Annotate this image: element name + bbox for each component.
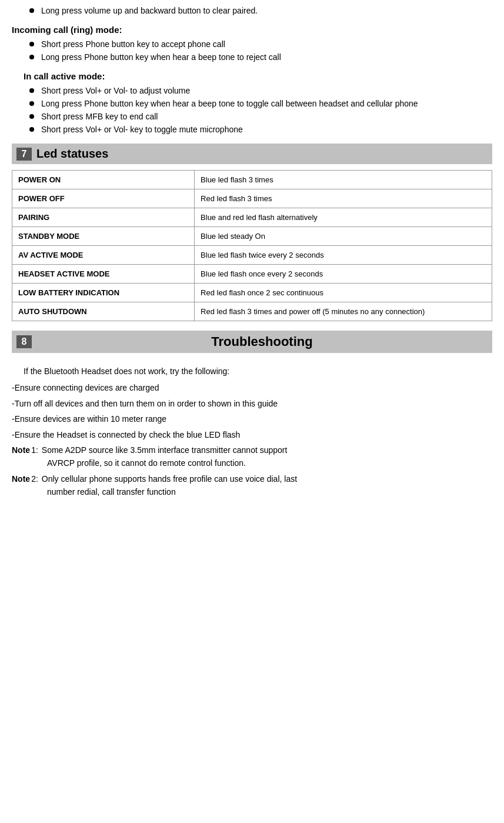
troubleshoot-intro: If the Bluetooth Headset does not work, … [24,365,492,378]
led-label: POWER ON [12,171,195,189]
list-item: Long press volume up and backward button… [12,6,492,15]
led-value: Blue led flash once every 2 seconds [195,265,492,284]
table-row: STANDBY MODEBlue led steady On [12,227,492,246]
led-label: AUTO SHUTDOWN [12,302,195,321]
bullet-text: Long press Phone button key when hear a … [41,52,281,62]
table-row: HEADSET ACTIVE MODEBlue led flash once e… [12,265,492,284]
led-label: HEADSET ACTIVE MODE [12,265,195,284]
bullet-text: Short press Vol+ or Vol- to adjust volum… [41,86,190,95]
list-item: Short press MFB key to end call [12,112,492,121]
in-call-active-heading: In call active mode: [12,71,492,81]
bullet-dot [29,114,34,119]
table-row: AUTO SHUTDOWNRed led flash 3 times and p… [12,302,492,321]
bullet-dot [29,127,34,132]
table-row: AV ACTIVE MODEBlue led flash twice every… [12,246,492,265]
troubleshoot-line: -Ensure devices are within 10 meter rang… [12,412,492,425]
top-bullets: Long press volume up and backward button… [12,6,492,15]
led-label: PAIRING [12,208,195,227]
note-text: Some A2DP source like 3.5mm interface tr… [42,444,288,457]
list-item: Short press Phone button key to accept p… [12,39,492,49]
led-value: Blue led steady On [195,227,492,246]
bullet-dot [29,8,34,13]
troubleshoot-lines: -Ensure connecting devices are charged-T… [12,381,492,441]
led-value: Blue led flash twice every 2 seconds [195,246,492,265]
bullet-dot [29,88,34,93]
section8-title: Troubleshooting [36,334,488,349]
section8-header: 8 Troubleshooting [12,331,492,353]
note-number: 2: [31,472,38,485]
led-label: LOW BATTERY INDICATION [12,284,195,302]
bullet-text: Long press volume up and backward button… [41,6,258,15]
list-item: Long press Phone button key when hear a … [12,99,492,108]
in-call-active-section: In call active mode: Short press Vol+ or… [12,71,492,134]
bullet-text: Short press Vol+ or Vol- key to toggle m… [41,125,243,134]
incoming-call-section: Incoming call (ring) mode: Short press P… [12,25,492,62]
section8-number: 8 [16,335,32,348]
table-row: POWER OFFRed led flash 3 times [12,189,492,208]
led-statuses-table: POWER ONBlue led flash 3 timesPOWER OFFR… [12,170,492,321]
led-value: Blue and red led flash alternatively [195,208,492,227]
note-number: 1: [31,444,38,457]
table-row: LOW BATTERY INDICATIONRed led flash once… [12,284,492,302]
note-label: Note [12,444,30,457]
bullet-text: Short press MFB key to end call [41,112,158,121]
table-row: PAIRINGBlue and red led flash alternativ… [12,208,492,227]
note-text: Only cellular phone supports hands free … [42,472,297,485]
list-item: Short press Vol+ or Vol- to adjust volum… [12,86,492,95]
note-block: Note2:Only cellular phone supports hands… [12,472,492,485]
incoming-call-heading: Incoming call (ring) mode: [12,25,492,35]
led-label: POWER OFF [12,189,195,208]
bullet-dot [29,42,34,46]
note-label: Note [12,472,30,485]
led-value: Red led flash 3 times [195,189,492,208]
led-label: AV ACTIVE MODE [12,246,195,265]
list-item: Long press Phone button key when hear a … [12,52,492,62]
note-block: Note1:Some A2DP source like 3.5mm interf… [12,444,492,457]
table-row: POWER ONBlue led flash 3 times [12,171,492,189]
troubleshoot-line: -Ensure connecting devices are charged [12,381,492,394]
troubleshoot-line: -Turn off all devices and then turn them… [12,397,492,410]
bullet-text: Long press Phone button key when hear a … [41,99,418,108]
led-value: Red led flash 3 times and power off (5 m… [195,302,492,321]
section7-header: 7 Led statuses [12,144,492,164]
bullet-dot [29,101,34,106]
led-label: STANDBY MODE [12,227,195,246]
list-item: Short press Vol+ or Vol- key to toggle m… [12,125,492,134]
troubleshoot-section: If the Bluetooth Headset does not work, … [12,359,492,507]
note-continuation: number redial, call transfer function [12,485,492,498]
troubleshoot-notes: Note1:Some A2DP source like 3.5mm interf… [12,444,492,499]
troubleshoot-line: -Ensure the Headset is connected by chec… [12,428,492,441]
led-value: Red led flash once 2 sec continuous [195,284,492,302]
section7-title: Led statuses [36,147,108,161]
bullet-dot [29,55,34,59]
bullet-text: Short press Phone button key to accept p… [41,39,225,49]
section7-number: 7 [16,148,32,161]
led-value: Blue led flash 3 times [195,171,492,189]
note-continuation: AVRCP profile, so it cannot do remote co… [12,457,492,469]
